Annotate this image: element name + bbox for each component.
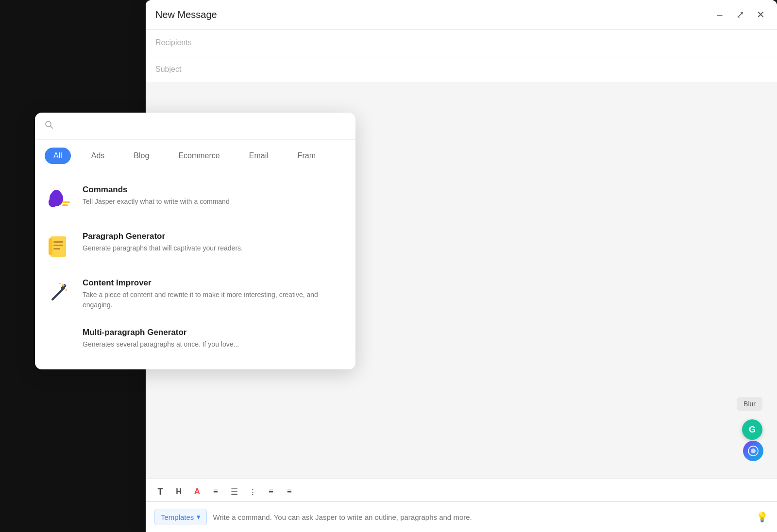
format-align-center-icon[interactable]: ≡	[207, 483, 224, 500]
templates-list: Commands Tell Jasper exactly what to wri…	[35, 172, 355, 369]
svg-line-3	[51, 126, 52, 128]
command-bar: Templates ▾ 💡	[146, 501, 777, 532]
category-ecommerce[interactable]: Ecommerce	[169, 148, 228, 164]
command-input[interactable]	[213, 513, 750, 521]
svg-text:✦: ✦	[64, 287, 68, 293]
compose-title: New Message	[155, 9, 713, 20]
content-improver-icon: ✦ ✦ ✦	[45, 278, 74, 307]
blur-badge: Blur	[737, 397, 762, 411]
format-align-left-icon[interactable]: ≡	[262, 483, 280, 500]
lightbulb-icon[interactable]: 💡	[756, 511, 768, 523]
jasper-button[interactable]	[743, 441, 763, 461]
category-fram[interactable]: Fram	[289, 148, 324, 164]
templates-dropdown: All Ads Blog Ecommerce Email Fram Com	[35, 113, 355, 369]
svg-rect-7	[62, 201, 70, 203]
svg-text:✌️: ✌️	[50, 333, 73, 356]
format-align-right-icon[interactable]: ≡	[281, 483, 298, 500]
svg-line-14	[52, 288, 64, 299]
compose-header: New Message – ⤢ ✕	[146, 0, 777, 30]
format-text-icon[interactable]: T	[152, 483, 169, 500]
svg-rect-8	[62, 204, 68, 206]
categories-row: All Ads Blog Ecommerce Email Fram	[35, 140, 355, 172]
category-blog[interactable]: Blog	[125, 148, 158, 164]
search-icon	[45, 120, 53, 132]
format-list2-icon[interactable]: ⋮	[244, 483, 261, 500]
format-font-icon[interactable]: A	[188, 483, 206, 500]
svg-rect-13	[53, 248, 60, 249]
paragraph-generator-icon	[45, 232, 74, 261]
search-bar	[35, 113, 355, 140]
svg-rect-10	[49, 238, 52, 255]
commands-icon	[45, 185, 74, 214]
compose-header-actions: – ⤢ ✕	[713, 8, 767, 21]
multi-paragraph-icon: ✌️	[45, 328, 74, 357]
svg-rect-11	[53, 241, 63, 243]
svg-rect-9	[51, 236, 66, 257]
format-list-icon[interactable]: ☰	[225, 483, 243, 500]
svg-point-1	[751, 449, 756, 453]
templates-button[interactable]: Templates ▾	[154, 509, 207, 525]
list-item[interactable]: ✦ ✦ ✦ Content Improver Take a piece of c…	[35, 269, 355, 319]
svg-rect-6	[49, 198, 57, 207]
category-all[interactable]: All	[45, 148, 71, 164]
list-item[interactable]: Paragraph Generator Generate paragraphs …	[35, 223, 355, 269]
category-ads[interactable]: Ads	[83, 148, 114, 164]
subject-field[interactable]: Subject	[146, 56, 777, 83]
search-input[interactable]	[58, 122, 346, 131]
list-item[interactable]: Commands Tell Jasper exactly what to wri…	[35, 176, 355, 223]
close-button[interactable]: ✕	[754, 8, 767, 21]
grammarly-button[interactable]: G	[742, 419, 762, 440]
svg-rect-12	[53, 245, 63, 246]
minimize-button[interactable]: –	[713, 8, 726, 21]
svg-text:✦: ✦	[58, 282, 62, 286]
recipients-field[interactable]: Recipients	[146, 30, 777, 56]
format-heading-icon[interactable]: H	[170, 483, 187, 500]
list-item[interactable]: ✌️ Multi-paragraph Generator Generates s…	[35, 319, 355, 366]
category-email[interactable]: Email	[240, 148, 277, 164]
expand-button[interactable]: ⤢	[733, 8, 747, 21]
